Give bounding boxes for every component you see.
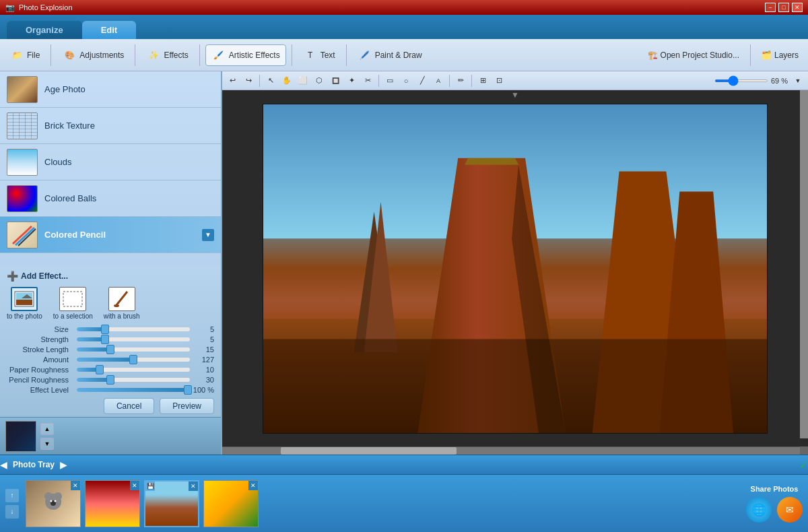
open-project-studio-button[interactable]: 🏗️ Open Project Studio...	[642, 48, 745, 63]
stroke-length-track[interactable]	[77, 347, 190, 352]
grid-view-tool[interactable]: ⊡	[492, 73, 506, 88]
tray-photo-1-close[interactable]: ✕	[71, 481, 80, 490]
magic-wand-tool[interactable]: ✦	[344, 73, 359, 88]
brick-texture-label: Brick Texture	[44, 121, 95, 131]
pencil-roughness-thumb[interactable]	[106, 375, 114, 385]
tray-photo-2-close[interactable]: ✕	[130, 481, 139, 490]
paper-roughness-thumb[interactable]	[96, 365, 104, 374]
select-rect-tool[interactable]: ⬜	[296, 73, 310, 88]
tray-download-icon[interactable]: ↓	[5, 505, 19, 519]
tray-photo-3-save[interactable]: 💾	[145, 481, 155, 491]
app-title: Photo Explosion	[19, 3, 73, 11]
effect-item-age-photo[interactable]: Age Photo	[0, 71, 221, 108]
effect-item-colored-pencil[interactable]: Colored Pencil ▼	[0, 217, 221, 253]
photo-tray-bar: ◀ Photo Tray ▶ ✓	[0, 455, 808, 475]
zoom-slider[interactable]	[714, 79, 768, 82]
tray-photo-3-close[interactable]: ✕	[189, 481, 198, 491]
organize-tab[interactable]: Organize	[7, 21, 82, 39]
strength-thumb[interactable]	[101, 335, 109, 344]
tray-arrow-right[interactable]: ▶	[60, 459, 67, 470]
zoom-control: 69 % ▼	[714, 73, 805, 88]
pencil-roughness-track[interactable]	[77, 378, 190, 382]
zoom-dropdown-button[interactable]: ▼	[790, 73, 805, 88]
tray-arrow-left[interactable]: ◀	[0, 459, 7, 470]
layers-button[interactable]: 🗂️ Layers	[756, 48, 804, 63]
tray-photo-4-close[interactable]: ✕	[248, 481, 258, 490]
text-tool[interactable]: A	[431, 73, 446, 88]
canvas-container: ▼	[222, 90, 808, 446]
effect-level-thumb[interactable]	[184, 385, 192, 395]
colored-pencil-label: Colored Pencil	[44, 230, 106, 240]
colored-pencil-options-btn[interactable]: ▼	[202, 229, 214, 241]
tray-photo-4[interactable]: ✕	[203, 480, 259, 527]
effect-level-track[interactable]	[77, 388, 190, 392]
lasso-tool[interactable]: 🔲	[328, 73, 343, 88]
amount-slider-row: Amount 127	[7, 356, 214, 364]
paint-draw-button[interactable]: 🖊️ Paint & Draw	[352, 45, 428, 65]
size-thumb[interactable]	[101, 325, 109, 334]
ellipse-shape-tool[interactable]: ○	[399, 73, 413, 88]
colored-balls-thumb	[7, 185, 38, 212]
tray-upload-icon[interactable]: ↑	[5, 489, 19, 502]
minimize-button[interactable]: −	[765, 3, 776, 12]
apply-mode-to-photo[interactable]: to the photo	[7, 287, 42, 320]
hscroll-thumb[interactable]	[281, 447, 457, 455]
pan-tool[interactable]: ✋	[279, 73, 294, 88]
clouds-thumb	[7, 149, 38, 176]
close-button[interactable]: ✕	[792, 3, 803, 12]
expand-tool[interactable]: ⊞	[475, 73, 490, 88]
edit-tab[interactable]: Edit	[82, 21, 137, 39]
pointer-tool[interactable]: ↖	[263, 73, 278, 88]
adjustments-button[interactable]: 🎨 Adjustments	[57, 45, 129, 65]
add-effect-plus-icon: ➕	[7, 271, 18, 281]
artistic-effects-button[interactable]: 🖌️ Artistic Effects	[205, 44, 286, 66]
canvas-vscroll[interactable]	[800, 90, 808, 438]
artistic-effects-icon: 🖌️	[211, 48, 226, 63]
thumb-down-icon[interactable]: ▼	[40, 438, 54, 450]
amount-thumb[interactable]	[129, 355, 137, 364]
brush-tool[interactable]: ✏	[453, 73, 468, 88]
photo-tray-label: Photo Tray	[13, 460, 55, 469]
apply-mode-with-brush[interactable]: with a brush	[104, 287, 140, 320]
rect-shape-tool[interactable]: ▭	[382, 73, 397, 88]
share-web-button[interactable]: 🌐	[746, 497, 772, 523]
amount-track[interactable]	[77, 358, 190, 362]
svg-marker-18	[263, 339, 767, 432]
line-tool[interactable]: ╱	[415, 73, 430, 88]
effect-item-clouds[interactable]: Clouds	[0, 144, 221, 180]
stroke-length-thumb[interactable]	[106, 345, 114, 354]
canvas-hscroll[interactable]	[222, 446, 808, 455]
to-selection-icon	[59, 287, 86, 311]
cancel-button[interactable]: Cancel	[104, 398, 154, 414]
title-bar: 📷 Photo Explosion − □ ✕	[0, 0, 808, 15]
add-effect-button[interactable]: ➕ Add Effect...	[7, 271, 214, 281]
effects-icon: ✨	[146, 48, 161, 63]
select-poly-tool[interactable]: ⬡	[312, 73, 327, 88]
effect-item-colored-balls[interactable]: Colored Balls	[0, 180, 221, 217]
tray-photo-2[interactable]: ✕	[85, 480, 140, 527]
tray-photo-3[interactable]: ✕ 💾	[144, 480, 199, 527]
apply-mode-to-selection[interactable]: to a selection	[53, 287, 93, 320]
crop-tool[interactable]: ✂	[360, 73, 375, 88]
maximize-button[interactable]: □	[778, 3, 789, 12]
text-button[interactable]: T Text	[298, 45, 341, 65]
preview-button[interactable]: Preview	[160, 398, 214, 414]
strength-track[interactable]	[77, 337, 190, 341]
redo-button[interactable]: ↪	[241, 73, 256, 88]
left-thumb-preview	[5, 421, 36, 452]
bottom-tray: ↑ ↓ ✕ ✕ ✕	[0, 475, 808, 532]
share-photos-panel: Share Photos 🌐 ✉	[746, 485, 803, 523]
with-brush-icon	[108, 287, 135, 311]
share-photos-title: Share Photos	[751, 485, 799, 493]
effect-item-brick-texture[interactable]: Brick Texture	[0, 108, 221, 144]
undo-button[interactable]: ↩	[225, 73, 240, 88]
paper-roughness-track[interactable]	[77, 368, 190, 372]
share-email-button[interactable]: ✉	[777, 497, 803, 523]
size-track[interactable]	[77, 327, 190, 331]
title-bar-controls[interactable]: − □ ✕	[765, 3, 803, 12]
tray-photo-1[interactable]: ✕	[26, 480, 81, 527]
layers-icon: 🗂️	[762, 51, 772, 60]
effects-button[interactable]: ✨ Effects	[141, 45, 193, 65]
thumb-up-icon[interactable]: ▲	[40, 423, 54, 435]
file-menu-button[interactable]: 📁 File	[4, 45, 45, 65]
